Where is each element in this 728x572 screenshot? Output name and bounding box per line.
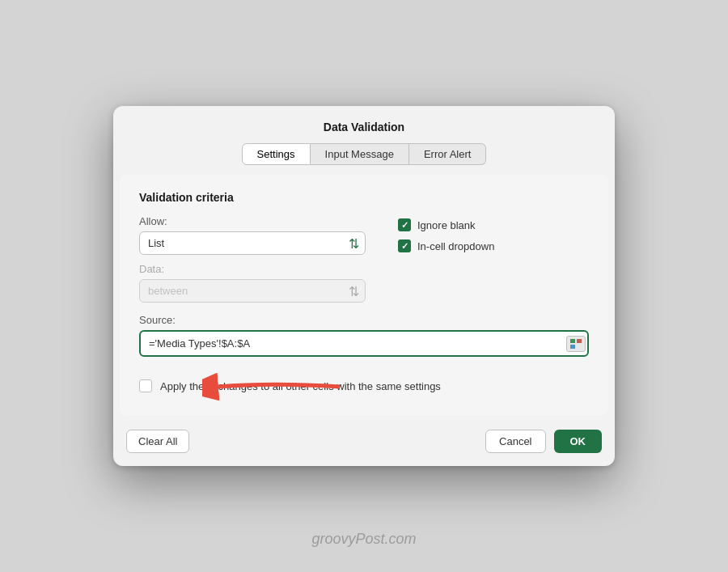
data-label: Data: bbox=[139, 263, 366, 275]
apply-changes-label: Apply these changes to all other cells w… bbox=[160, 380, 441, 392]
in-cell-dropdown-label: In-cell dropdown bbox=[417, 240, 494, 252]
source-label: Source: bbox=[139, 314, 589, 326]
source-range-icon[interactable] bbox=[566, 336, 586, 352]
in-cell-dropdown-checkbox[interactable]: ✓ bbox=[398, 239, 411, 252]
allow-row: Allow: List ⇅ ✓ Ignore b bbox=[139, 215, 589, 255]
tab-settings[interactable]: Settings bbox=[242, 143, 311, 165]
data-select-wrapper: between ⇅ bbox=[139, 279, 366, 303]
allow-label: Allow: bbox=[139, 215, 366, 227]
tab-bar: Settings Input Message Error Alert bbox=[113, 143, 615, 175]
source-input[interactable] bbox=[139, 330, 589, 357]
tab-input-message[interactable]: Input Message bbox=[311, 143, 409, 165]
allow-select-wrapper: List ⇅ bbox=[139, 231, 366, 255]
data-select[interactable]: between bbox=[139, 279, 366, 303]
apply-changes-row: Apply these changes to all other cells w… bbox=[139, 379, 589, 392]
data-row: Data: between ⇅ bbox=[139, 263, 366, 303]
checkboxes-area: ✓ Ignore blank ✓ In-cell dropdown bbox=[398, 215, 589, 252]
apply-changes-checkbox[interactable] bbox=[139, 379, 152, 392]
allow-left: Allow: List ⇅ bbox=[139, 215, 366, 255]
svg-rect-1 bbox=[577, 339, 582, 343]
ignore-blank-checkmark: ✓ bbox=[401, 220, 408, 231]
in-cell-dropdown-checkmark: ✓ bbox=[401, 241, 408, 252]
dialog-overlay: Data Validation Settings Input Message E… bbox=[0, 0, 728, 572]
source-input-wrapper bbox=[139, 330, 589, 357]
in-cell-dropdown-row: ✓ In-cell dropdown bbox=[398, 239, 589, 252]
dialog-body: Validation criteria Allow: List ⇅ bbox=[120, 175, 608, 415]
svg-rect-0 bbox=[570, 339, 575, 343]
ignore-blank-label: Ignore blank bbox=[417, 219, 476, 231]
svg-rect-2 bbox=[570, 345, 575, 349]
source-section: Source: bbox=[139, 314, 589, 357]
watermark: groovyPost.com bbox=[311, 531, 416, 548]
ok-button[interactable]: OK bbox=[554, 430, 603, 453]
allow-select[interactable]: List bbox=[139, 231, 366, 255]
checkboxes-list: ✓ Ignore blank ✓ In-cell dropdown bbox=[398, 215, 589, 252]
cancel-button[interactable]: Cancel bbox=[485, 430, 545, 453]
footer-right-buttons: Cancel OK bbox=[485, 430, 602, 453]
clear-all-button[interactable]: Clear All bbox=[126, 430, 189, 453]
dialog-footer: Clear All Cancel OK bbox=[113, 422, 615, 466]
section-title: Validation criteria bbox=[139, 191, 589, 204]
tab-error-alert[interactable]: Error Alert bbox=[409, 143, 487, 165]
dialog-title: Data Validation bbox=[113, 106, 615, 143]
data-validation-dialog: Data Validation Settings Input Message E… bbox=[113, 106, 615, 466]
ignore-blank-row: ✓ Ignore blank bbox=[398, 218, 589, 231]
ignore-blank-checkbox[interactable]: ✓ bbox=[398, 218, 411, 231]
